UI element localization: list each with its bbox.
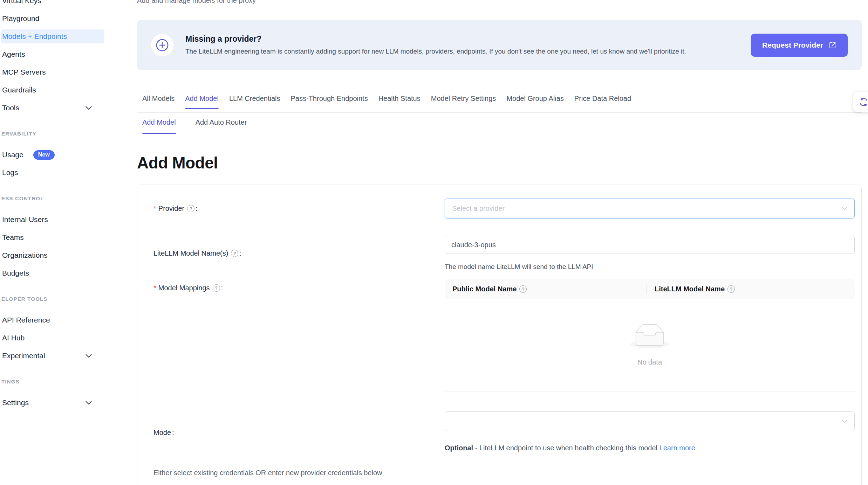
banner-text: Missing a provider? The LiteLLM engineer… [185, 34, 686, 56]
mode-helper: Optional - LiteLLM endpoint to use when … [445, 443, 729, 453]
sidebar-item-label: Playground [2, 14, 39, 23]
model-names-label-text: LiteLLM Model Name(s) [153, 249, 228, 257]
sidebar-item-budgets[interactable]: Budgets [1, 266, 104, 280]
sidebar-item-settings[interactable]: Settings [1, 396, 104, 410]
sidebar-item-label: Logs [2, 168, 18, 177]
mappings-empty-state: No data [445, 299, 855, 392]
tab-add-model[interactable]: Add Model [185, 95, 219, 109]
sidebar-item-label: Organizations [2, 251, 48, 259]
sidebar-item-label: Budgets [2, 269, 29, 277]
sidebar-item-tools[interactable]: Tools [1, 101, 104, 115]
sidebar-section-access-control: ESS CONTROL [0, 195, 105, 202]
credentials-note: Either select existing credentials OR en… [153, 469, 861, 477]
sidebar-item-mcp-servers[interactable]: MCP Servers [1, 65, 104, 79]
tab-bar: All Models Add Model LLM Credentials Pas… [137, 95, 862, 113]
help-icon[interactable] [187, 205, 194, 212]
mode-select[interactable] [445, 411, 855, 431]
required-asterisk: * [153, 205, 156, 213]
provider-placeholder: Select a provider [452, 205, 505, 213]
model-mappings-label-text: Model Mappings [158, 284, 210, 292]
mode-helper-text: - LiteLLM endpoint to use when health ch… [475, 444, 657, 452]
sidebar-item-usage[interactable]: Usage New [1, 148, 104, 162]
learn-more-link[interactable]: Learn more [659, 444, 695, 452]
tab-price-data-reload[interactable]: Price Data Reload [574, 95, 631, 109]
mode-label-text: Mode [153, 429, 171, 437]
sidebar-item-ai-hub[interactable]: AI Hub [1, 331, 104, 345]
refresh-icon [859, 97, 868, 107]
sidebar-item-models-endpoints[interactable]: Models + Endpoints [1, 29, 104, 43]
column-label: LiteLLM Model Name [655, 285, 725, 293]
banner-title: Missing a provider? [185, 34, 686, 44]
subtab-bar: Add Model Add Auto Router [137, 118, 862, 139]
help-icon[interactable] [213, 284, 220, 292]
provider-select[interactable]: Select a provider [445, 199, 855, 219]
mode-label: Mode [137, 429, 445, 437]
request-provider-button[interactable]: Request Provider [751, 34, 848, 57]
provider-row: * Provider Select a provider [137, 199, 861, 219]
help-icon[interactable] [727, 285, 735, 293]
mappings-table-header: Public Model Name LiteLLM Model Name [445, 279, 855, 299]
model-name-helper: The model name LiteLLM will send to the … [445, 263, 855, 271]
model-mappings-table: Public Model Name LiteLLM Model Name [445, 279, 855, 392]
help-icon[interactable] [231, 250, 238, 257]
sidebar-section-settings: TINGS [0, 378, 105, 385]
sidebar-item-virtual-keys[interactable]: Virtual Keys [1, 0, 104, 8]
plus-circle-icon [151, 34, 173, 56]
banner-body: The LiteLLM engineering team is constant… [185, 47, 686, 56]
sidebar-item-label: Guardrails [2, 86, 36, 94]
help-icon[interactable] [519, 285, 527, 293]
sidebar-item-label: Internal Users [2, 215, 48, 224]
page-title: Add Model [137, 153, 862, 173]
sidebar-item-label: Usage [2, 151, 23, 159]
tab-model-group-alias[interactable]: Model Group Alias [506, 95, 563, 109]
sidebar-item-playground[interactable]: Playground [1, 12, 104, 26]
tab-health-status[interactable]: Health Status [378, 95, 421, 109]
column-label: Public Model Name [452, 285, 517, 293]
external-link-icon [829, 41, 836, 49]
refresh-button[interactable] [853, 92, 868, 112]
tab-all-models[interactable]: All Models [142, 95, 175, 109]
sidebar-item-label: Settings [2, 399, 29, 407]
sidebar-item-label: MCP Servers [2, 68, 46, 76]
tab-llm-credentials[interactable]: LLM Credentials [229, 95, 280, 109]
sidebar-item-agents[interactable]: Agents [1, 47, 104, 61]
sidebar-item-api-reference[interactable]: API Reference [1, 313, 104, 327]
no-data-text: No data [637, 358, 662, 366]
sidebar-item-logs[interactable]: Logs [1, 166, 104, 180]
column-public-model-name: Public Model Name [445, 285, 647, 293]
sidebar: Virtual Keys Playground Models + Endpoin… [0, 0, 105, 485]
sidebar-item-experimental[interactable]: Experimental [1, 349, 104, 363]
sidebar-item-guardrails[interactable]: Guardrails [1, 83, 104, 97]
subtab-add-auto-router[interactable]: Add Auto Router [196, 118, 247, 133]
mode-control: Optional - LiteLLM endpoint to use when … [445, 411, 855, 453]
chevron-down-icon [842, 420, 847, 423]
chevron-down-icon [86, 401, 92, 405]
model-mappings-label: * Model Mappings [137, 279, 445, 292]
main-content: Add and manage models for the proxy Miss… [105, 0, 868, 485]
sidebar-item-teams[interactable]: Teams [1, 230, 104, 244]
sidebar-item-label: Agents [2, 50, 25, 58]
sidebar-item-organizations[interactable]: Organizations [1, 248, 104, 262]
chevron-down-icon [86, 106, 92, 110]
tab-pass-through-endpoints[interactable]: Pass-Through Endpoints [291, 95, 368, 109]
add-model-card: * Provider Select a provider LiteLLM [137, 185, 862, 485]
subtab-add-model[interactable]: Add Model [142, 118, 176, 133]
model-name-input[interactable] [445, 236, 855, 254]
model-names-row: LiteLLM Model Name(s) The model name Lit… [137, 236, 861, 271]
new-badge: New [33, 150, 55, 160]
page-subtitle: Add and manage models for the proxy [137, 0, 862, 4]
provider-control: Select a provider [445, 199, 855, 219]
sidebar-item-label: Models + Endpoints [2, 32, 67, 41]
chevron-down-icon [86, 354, 92, 358]
provider-label: * Provider [137, 205, 445, 213]
provider-label-text: Provider [158, 205, 184, 213]
mode-row: Mode Optional - LiteLLM endpoint to use … [137, 411, 861, 453]
model-names-label: LiteLLM Model Name(s) [137, 249, 445, 257]
sidebar-item-internal-users[interactable]: Internal Users [1, 213, 104, 227]
sidebar-item-label: Virtual Keys [2, 0, 41, 5]
missing-provider-banner: Missing a provider? The LiteLLM engineer… [137, 20, 862, 70]
sidebar-item-label: Teams [2, 233, 24, 242]
request-provider-label: Request Provider [762, 41, 823, 49]
tab-model-retry-settings[interactable]: Model Retry Settings [431, 95, 496, 109]
chevron-down-icon [842, 207, 847, 210]
